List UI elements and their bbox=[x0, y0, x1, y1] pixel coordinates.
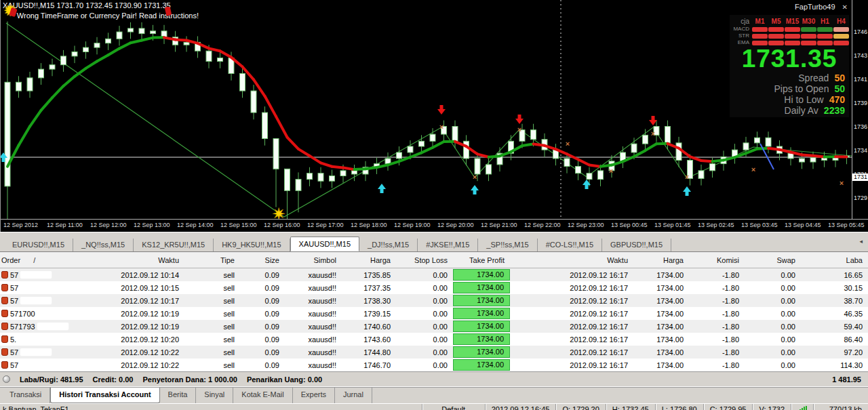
chart-tab--co-ls-m15[interactable]: #CO-LS!!,M15 bbox=[538, 239, 602, 251]
signal-cell bbox=[833, 27, 849, 32]
close-icon[interactable]: ✕ bbox=[842, 3, 848, 11]
history-header-row: Order/WaktuTipeSizeSimbolHargaStop LossT… bbox=[0, 252, 868, 268]
terminal-tab-jurnal[interactable]: Jurnal bbox=[335, 388, 372, 403]
terminal-tab-berita[interactable]: Berita bbox=[160, 388, 197, 403]
cell-close_time: 2012.09.12 16:17 bbox=[510, 297, 633, 305]
column-header-laba[interactable]: Laba bbox=[801, 256, 868, 264]
time-axis[interactable]: 12 Sep 201212 Sep 11:0012 Sep 12:0012 Se… bbox=[1, 219, 868, 232]
column-header-size[interactable]: Size bbox=[240, 256, 285, 264]
indicator-name: FapTurbo49 bbox=[795, 3, 835, 11]
chart-panel[interactable]: ×××××××××✷ XAUUSD!!,M15 1731.70 1732.45 … bbox=[0, 0, 868, 232]
chart-tab-gbpusd-m15[interactable]: GBPUSD!!,M15 bbox=[602, 239, 671, 251]
cell-type: sell bbox=[184, 284, 240, 292]
cell-close_price: 1734.00 bbox=[633, 284, 689, 292]
price-chart[interactable]: ×××××××××✷ bbox=[1, 0, 852, 219]
cell-tp: 1734.00 bbox=[453, 346, 510, 358]
cell-open_price: 1740.60 bbox=[342, 323, 396, 331]
chart-tab--sp-ss-m15[interactable]: _SP!!ss,M15 bbox=[478, 239, 537, 251]
stat-row: Daily Av2239 bbox=[731, 105, 848, 116]
stat-value: 2239 bbox=[824, 105, 845, 116]
terminal-tab-kotak-e-mail[interactable]: Kotak E-Mail bbox=[233, 388, 292, 403]
chart-tab--jkse-m15[interactable]: #JKSE!!,M15 bbox=[418, 239, 478, 251]
timeframe-matrix: cjaM1M5M15M30H1H4MACDSTREMA bbox=[731, 18, 848, 45]
table-row[interactable]: 5717002012.09.12 10:19sell0.09xauusd!!17… bbox=[0, 307, 868, 320]
stat-value: 470 bbox=[829, 94, 845, 105]
table-row[interactable]: 572012.09.12 10:22sell0.09xauusd!!1746.7… bbox=[0, 358, 868, 371]
account-history-table: Order/WaktuTipeSizeSimbolHargaStop LossT… bbox=[0, 251, 868, 371]
chart-tab--nq-ss-m15[interactable]: _NQ!!ss,M15 bbox=[73, 239, 134, 251]
indicator-stats: Spread50Pips to Open50Hi to Low470Daily … bbox=[731, 73, 848, 116]
censored-order-number bbox=[37, 323, 68, 330]
column-header-harga[interactable]: Harga bbox=[342, 256, 396, 264]
table-row[interactable]: 5717932012.09.12 10:19sell0.09xauusd!!17… bbox=[0, 320, 868, 333]
cell-commission: -1.80 bbox=[689, 297, 745, 305]
terminal-tab-histori-transaksi-account[interactable]: Histori Transaksi Account bbox=[50, 388, 159, 403]
time-tick: 13 Sep 03:45 bbox=[741, 222, 778, 228]
price-tick: 1734 bbox=[854, 147, 867, 154]
stat-value: 50 bbox=[834, 73, 845, 83]
signal-cell bbox=[752, 27, 768, 32]
time-tick: 13 Sep 04:45 bbox=[785, 222, 821, 228]
terminal-tab-transaksi[interactable]: Transaksi bbox=[1, 388, 50, 403]
column-header-simbol[interactable]: Simbol bbox=[285, 256, 342, 264]
terminal-tab-experts[interactable]: Experts bbox=[293, 388, 335, 403]
table-row[interactable]: 572012.09.12 10:17sell0.09xauusd!!1738.3… bbox=[0, 294, 868, 307]
chart-tab-eurusd-m15[interactable]: EURUSD!!,M15 bbox=[4, 239, 73, 251]
table-row[interactable]: 5.2012.09.12 10:20sell0.09xauusd!!1743.6… bbox=[0, 333, 868, 346]
cell-type: sell bbox=[184, 310, 240, 318]
signal-cell bbox=[785, 34, 800, 39]
cell-order: 57 bbox=[0, 361, 78, 369]
cell-swap: 0.00 bbox=[745, 310, 801, 318]
svg-text:×: × bbox=[609, 167, 613, 175]
cell-order: 57 bbox=[0, 271, 78, 279]
table-row[interactable]: 572012.09.12 10:14sell0.09xauusd!!1735.8… bbox=[0, 268, 868, 281]
cell-profit: 30.15 bbox=[801, 284, 868, 292]
censored-order-number bbox=[18, 335, 50, 343]
svg-text:×: × bbox=[439, 123, 443, 131]
column-header-komisi[interactable]: Komisi bbox=[689, 256, 745, 264]
price-axis[interactable]: 1746174317411739173617341731172917271731 bbox=[852, 0, 868, 220]
column-header-waktu[interactable]: Waktu bbox=[78, 256, 184, 264]
indicator-corner-label: cja bbox=[731, 18, 751, 25]
cell-open_time: 2012.09.12 10:22 bbox=[78, 348, 184, 356]
cell-close_price: 1734.00 bbox=[633, 323, 689, 331]
terminal-tab-bar: TransaksiHistori Transaksi AccountBerita… bbox=[0, 387, 868, 403]
cell-sl: 0.00 bbox=[396, 348, 453, 356]
cell-open_price: 1738.30 bbox=[342, 297, 396, 305]
table-row[interactable]: 572012.09.12 10:22sell0.09xauusd!!1744.8… bbox=[0, 346, 868, 358]
cell-close_price: 1734.00 bbox=[633, 310, 689, 318]
column-header-waktu[interactable]: Waktu bbox=[510, 256, 633, 264]
timeframe-label: H4 bbox=[833, 18, 849, 25]
terminal-tab-sinyal[interactable]: Sinyal bbox=[196, 388, 233, 403]
column-header-stop-loss[interactable]: Stop Loss bbox=[396, 256, 453, 264]
cell-open_time: 2012.09.12 10:15 bbox=[78, 284, 184, 292]
table-row[interactable]: 572012.09.12 10:15sell0.09xauusd!!1737.3… bbox=[0, 281, 868, 294]
cell-open_time: 2012.09.12 10:22 bbox=[78, 361, 184, 369]
cell-close_time: 2012.09.12 16:17 bbox=[510, 271, 633, 279]
cell-type: sell bbox=[184, 297, 240, 305]
cell-order: 57 bbox=[0, 284, 78, 292]
column-header-take-profit[interactable]: Take Profit bbox=[453, 256, 510, 264]
cell-close_time: 2012.09.12 16:17 bbox=[510, 284, 633, 292]
chart-tab--dj-ss-m15[interactable]: _DJ!!ss,M15 bbox=[359, 239, 418, 251]
chart-tab-xauusd-m15[interactable]: XAUUSD!!,M15 bbox=[290, 237, 359, 251]
chart-tab-ks12-kr5u-m15[interactable]: KS12_KR5U!!,M15 bbox=[134, 239, 214, 251]
status-quote-segment: H: 1732.45 bbox=[606, 404, 655, 410]
cell-close_price: 1734.00 bbox=[633, 348, 689, 356]
censored-order-number bbox=[20, 271, 52, 279]
time-tick: 13 Sep 01:45 bbox=[654, 222, 691, 228]
column-header-swap[interactable]: Swap bbox=[745, 256, 801, 264]
status-time: 2012.09.12 16:45 bbox=[485, 404, 556, 410]
cell-symbol: xauusd!! bbox=[285, 335, 342, 344]
price-tick: 1743 bbox=[854, 52, 867, 59]
price-tick: 1746 bbox=[854, 28, 867, 35]
column-header-harga[interactable]: Harga bbox=[633, 256, 689, 264]
sell-order-icon bbox=[1, 335, 8, 343]
chart-tab-hk9-hk5u-m15[interactable]: HK9_HK5U!!,M15 bbox=[214, 239, 290, 251]
column-header-order[interactable]: Order/ bbox=[0, 256, 78, 264]
column-header-tipe[interactable]: Tipe bbox=[184, 256, 240, 264]
status-profile[interactable]: Default bbox=[422, 404, 485, 410]
cell-tp: 1734.00 bbox=[453, 282, 510, 293]
tab-scroll-left-icon[interactable]: ◂ bbox=[859, 238, 863, 245]
time-tick: 12 Sep 18:00 bbox=[351, 222, 387, 228]
